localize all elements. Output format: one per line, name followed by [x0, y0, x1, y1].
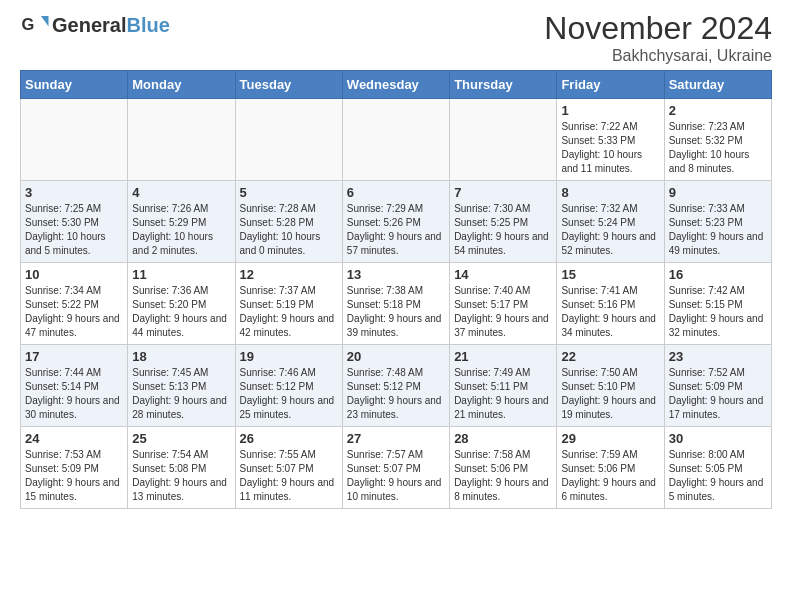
day-number: 7 — [454, 185, 552, 200]
calendar-cell: 13Sunrise: 7:38 AM Sunset: 5:18 PM Dayli… — [342, 263, 449, 345]
day-number: 22 — [561, 349, 659, 364]
calendar-cell: 5Sunrise: 7:28 AM Sunset: 5:28 PM Daylig… — [235, 181, 342, 263]
weekday-header: Monday — [128, 71, 235, 99]
calendar-week-row: 3Sunrise: 7:25 AM Sunset: 5:30 PM Daylig… — [21, 181, 772, 263]
day-info: Sunrise: 7:54 AM Sunset: 5:08 PM Dayligh… — [132, 448, 230, 504]
day-number: 1 — [561, 103, 659, 118]
calendar-cell: 19Sunrise: 7:46 AM Sunset: 5:12 PM Dayli… — [235, 345, 342, 427]
day-info: Sunrise: 7:46 AM Sunset: 5:12 PM Dayligh… — [240, 366, 338, 422]
day-info: Sunrise: 8:00 AM Sunset: 5:05 PM Dayligh… — [669, 448, 767, 504]
day-info: Sunrise: 7:40 AM Sunset: 5:17 PM Dayligh… — [454, 284, 552, 340]
day-number: 14 — [454, 267, 552, 282]
page-header: G GeneralBlue November 2024 Bakhchysarai… — [0, 0, 792, 70]
day-number: 25 — [132, 431, 230, 446]
calendar-cell — [342, 99, 449, 181]
day-info: Sunrise: 7:34 AM Sunset: 5:22 PM Dayligh… — [25, 284, 123, 340]
calendar-cell: 25Sunrise: 7:54 AM Sunset: 5:08 PM Dayli… — [128, 427, 235, 509]
day-number: 16 — [669, 267, 767, 282]
day-info: Sunrise: 7:36 AM Sunset: 5:20 PM Dayligh… — [132, 284, 230, 340]
calendar-week-row: 17Sunrise: 7:44 AM Sunset: 5:14 PM Dayli… — [21, 345, 772, 427]
calendar-cell — [235, 99, 342, 181]
calendar-cell: 8Sunrise: 7:32 AM Sunset: 5:24 PM Daylig… — [557, 181, 664, 263]
calendar-cell: 21Sunrise: 7:49 AM Sunset: 5:11 PM Dayli… — [450, 345, 557, 427]
calendar-cell — [128, 99, 235, 181]
day-number: 5 — [240, 185, 338, 200]
calendar-cell: 6Sunrise: 7:29 AM Sunset: 5:26 PM Daylig… — [342, 181, 449, 263]
calendar-cell: 10Sunrise: 7:34 AM Sunset: 5:22 PM Dayli… — [21, 263, 128, 345]
day-number: 10 — [25, 267, 123, 282]
day-info: Sunrise: 7:26 AM Sunset: 5:29 PM Dayligh… — [132, 202, 230, 258]
calendar-cell: 22Sunrise: 7:50 AM Sunset: 5:10 PM Dayli… — [557, 345, 664, 427]
day-info: Sunrise: 7:29 AM Sunset: 5:26 PM Dayligh… — [347, 202, 445, 258]
day-number: 18 — [132, 349, 230, 364]
weekday-header: Thursday — [450, 71, 557, 99]
calendar-cell: 14Sunrise: 7:40 AM Sunset: 5:17 PM Dayli… — [450, 263, 557, 345]
calendar-cell — [21, 99, 128, 181]
weekday-header: Tuesday — [235, 71, 342, 99]
day-number: 2 — [669, 103, 767, 118]
calendar-cell: 15Sunrise: 7:41 AM Sunset: 5:16 PM Dayli… — [557, 263, 664, 345]
day-info: Sunrise: 7:58 AM Sunset: 5:06 PM Dayligh… — [454, 448, 552, 504]
calendar-wrap: SundayMondayTuesdayWednesdayThursdayFrid… — [0, 70, 792, 519]
calendar-cell: 24Sunrise: 7:53 AM Sunset: 5:09 PM Dayli… — [21, 427, 128, 509]
day-number: 21 — [454, 349, 552, 364]
logo-blue: Blue — [126, 14, 169, 36]
calendar-cell: 11Sunrise: 7:36 AM Sunset: 5:20 PM Dayli… — [128, 263, 235, 345]
day-info: Sunrise: 7:41 AM Sunset: 5:16 PM Dayligh… — [561, 284, 659, 340]
day-info: Sunrise: 7:37 AM Sunset: 5:19 PM Dayligh… — [240, 284, 338, 340]
day-info: Sunrise: 7:50 AM Sunset: 5:10 PM Dayligh… — [561, 366, 659, 422]
calendar-cell: 23Sunrise: 7:52 AM Sunset: 5:09 PM Dayli… — [664, 345, 771, 427]
weekday-header: Sunday — [21, 71, 128, 99]
day-info: Sunrise: 7:25 AM Sunset: 5:30 PM Dayligh… — [25, 202, 123, 258]
day-number: 15 — [561, 267, 659, 282]
calendar-cell: 7Sunrise: 7:30 AM Sunset: 5:25 PM Daylig… — [450, 181, 557, 263]
day-number: 6 — [347, 185, 445, 200]
day-number: 8 — [561, 185, 659, 200]
calendar-header-row: SundayMondayTuesdayWednesdayThursdayFrid… — [21, 71, 772, 99]
day-info: Sunrise: 7:57 AM Sunset: 5:07 PM Dayligh… — [347, 448, 445, 504]
calendar-cell: 1Sunrise: 7:22 AM Sunset: 5:33 PM Daylig… — [557, 99, 664, 181]
day-number: 12 — [240, 267, 338, 282]
calendar-week-row: 1Sunrise: 7:22 AM Sunset: 5:33 PM Daylig… — [21, 99, 772, 181]
weekday-header: Wednesday — [342, 71, 449, 99]
calendar-cell: 9Sunrise: 7:33 AM Sunset: 5:23 PM Daylig… — [664, 181, 771, 263]
calendar-cell: 20Sunrise: 7:48 AM Sunset: 5:12 PM Dayli… — [342, 345, 449, 427]
day-info: Sunrise: 7:44 AM Sunset: 5:14 PM Dayligh… — [25, 366, 123, 422]
day-info: Sunrise: 7:53 AM Sunset: 5:09 PM Dayligh… — [25, 448, 123, 504]
calendar-table: SundayMondayTuesdayWednesdayThursdayFrid… — [20, 70, 772, 509]
location: Bakhchysarai, Ukraine — [544, 47, 772, 65]
title-area: November 2024 Bakhchysarai, Ukraine — [544, 10, 772, 65]
day-number: 24 — [25, 431, 123, 446]
day-number: 28 — [454, 431, 552, 446]
calendar-cell: 2Sunrise: 7:23 AM Sunset: 5:32 PM Daylig… — [664, 99, 771, 181]
day-info: Sunrise: 7:30 AM Sunset: 5:25 PM Dayligh… — [454, 202, 552, 258]
day-number: 9 — [669, 185, 767, 200]
day-number: 19 — [240, 349, 338, 364]
day-info: Sunrise: 7:52 AM Sunset: 5:09 PM Dayligh… — [669, 366, 767, 422]
calendar-week-row: 10Sunrise: 7:34 AM Sunset: 5:22 PM Dayli… — [21, 263, 772, 345]
calendar-cell: 27Sunrise: 7:57 AM Sunset: 5:07 PM Dayli… — [342, 427, 449, 509]
day-info: Sunrise: 7:22 AM Sunset: 5:33 PM Dayligh… — [561, 120, 659, 176]
day-info: Sunrise: 7:32 AM Sunset: 5:24 PM Dayligh… — [561, 202, 659, 258]
day-number: 3 — [25, 185, 123, 200]
calendar-cell: 26Sunrise: 7:55 AM Sunset: 5:07 PM Dayli… — [235, 427, 342, 509]
day-number: 30 — [669, 431, 767, 446]
calendar-cell: 18Sunrise: 7:45 AM Sunset: 5:13 PM Dayli… — [128, 345, 235, 427]
calendar-cell: 4Sunrise: 7:26 AM Sunset: 5:29 PM Daylig… — [128, 181, 235, 263]
day-info: Sunrise: 7:55 AM Sunset: 5:07 PM Dayligh… — [240, 448, 338, 504]
day-info: Sunrise: 7:45 AM Sunset: 5:13 PM Dayligh… — [132, 366, 230, 422]
day-number: 29 — [561, 431, 659, 446]
day-number: 23 — [669, 349, 767, 364]
day-number: 13 — [347, 267, 445, 282]
day-info: Sunrise: 7:23 AM Sunset: 5:32 PM Dayligh… — [669, 120, 767, 176]
calendar-cell: 3Sunrise: 7:25 AM Sunset: 5:30 PM Daylig… — [21, 181, 128, 263]
weekday-header: Friday — [557, 71, 664, 99]
logo-general: General — [52, 14, 126, 36]
day-number: 11 — [132, 267, 230, 282]
day-number: 4 — [132, 185, 230, 200]
day-info: Sunrise: 7:42 AM Sunset: 5:15 PM Dayligh… — [669, 284, 767, 340]
day-number: 27 — [347, 431, 445, 446]
day-number: 17 — [25, 349, 123, 364]
logo-icon: G — [20, 10, 50, 40]
day-number: 26 — [240, 431, 338, 446]
